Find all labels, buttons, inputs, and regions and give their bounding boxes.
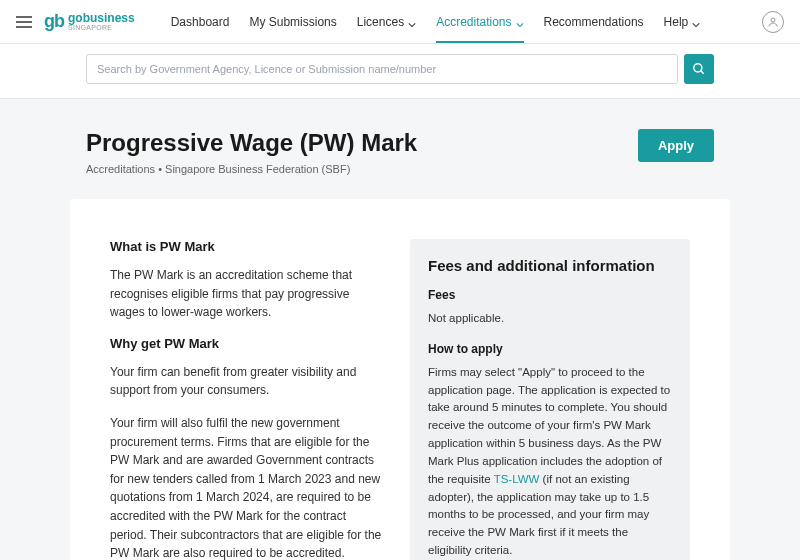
section-heading-why: Why get PW Mark <box>110 336 382 351</box>
main-nav: Dashboard My Submissions Licences Accred… <box>171 1 701 43</box>
logo-mark: gb <box>44 11 64 32</box>
search-button[interactable] <box>684 54 714 84</box>
hamburger-icon[interactable] <box>16 16 32 28</box>
chevron-down-icon <box>692 18 700 26</box>
fees-heading: Fees <box>428 288 672 302</box>
nav-recommendations[interactable]: Recommendations <box>544 1 644 43</box>
body-text: Your firm will also fulfil the new gover… <box>110 414 382 560</box>
nav-help[interactable]: Help <box>664 1 701 43</box>
logo[interactable]: gb gobusiness SINGAPORE <box>44 11 135 32</box>
right-column: Fees and additional information Fees Not… <box>410 239 690 560</box>
info-box: Fees and additional information Fees Not… <box>410 239 690 560</box>
info-box-title: Fees and additional information <box>428 257 672 274</box>
nav-licences[interactable]: Licences <box>357 1 416 43</box>
search-input[interactable] <box>86 54 678 84</box>
breadcrumb-leaf: Singapore Business Federation (SBF) <box>165 163 350 175</box>
user-account-icon[interactable] <box>762 11 784 33</box>
breadcrumb-root[interactable]: Accreditations <box>86 163 155 175</box>
nav-accreditations[interactable]: Accreditations <box>436 1 523 43</box>
fees-text: Not applicable. <box>428 310 672 328</box>
page-title: Progressive Wage (PW) Mark <box>86 129 417 157</box>
body-text: Your firm can benefit from greater visib… <box>110 363 382 400</box>
svg-point-0 <box>771 18 775 22</box>
svg-point-1 <box>694 64 702 72</box>
nav-dashboard[interactable]: Dashboard <box>171 1 230 43</box>
content-card: What is PW Mark The PW Mark is an accred… <box>70 199 730 560</box>
tslww-link[interactable]: TS-LWW <box>494 473 540 485</box>
left-column: What is PW Mark The PW Mark is an accred… <box>110 239 382 560</box>
svg-line-2 <box>701 71 704 74</box>
chevron-down-icon <box>516 18 524 26</box>
chevron-down-icon <box>408 18 416 26</box>
breadcrumb: Accreditations • Singapore Business Fede… <box>86 163 417 175</box>
logo-text-primary: gobusiness <box>68 12 135 24</box>
howto-text: Firms may select "Apply" to proceed to t… <box>428 364 672 560</box>
body-text: The PW Mark is an accreditation scheme t… <box>110 266 382 322</box>
section-heading-what: What is PW Mark <box>110 239 382 254</box>
apply-button[interactable]: Apply <box>638 129 714 162</box>
howto-heading: How to apply <box>428 342 672 356</box>
logo-text-secondary: SINGAPORE <box>68 24 135 31</box>
nav-my-submissions[interactable]: My Submissions <box>249 1 336 43</box>
